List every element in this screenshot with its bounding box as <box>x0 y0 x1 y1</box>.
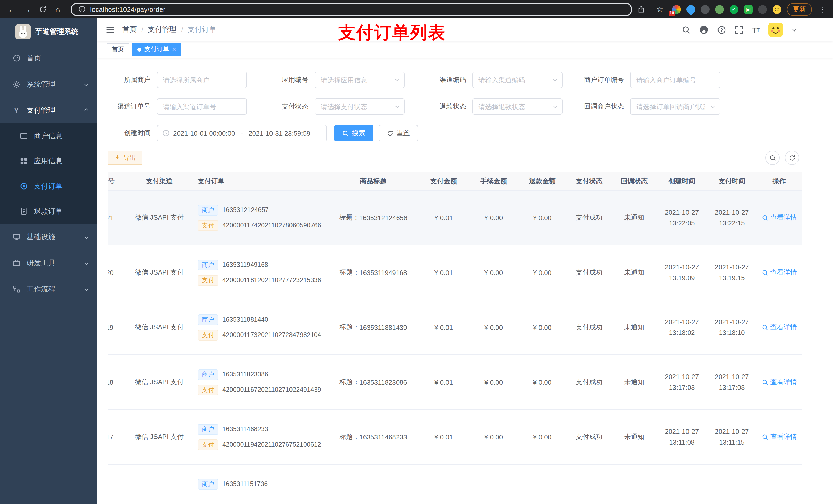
extension-pin-icon[interactable] <box>758 5 767 14</box>
title-value: 1635312124656 <box>359 214 407 221</box>
filter-label: 商户订单编号 <box>581 75 630 85</box>
extension-green-icon[interactable] <box>715 5 724 14</box>
extension-check-icon[interactable]: ✓ <box>730 5 738 14</box>
help-button[interactable]: ? <box>717 25 726 34</box>
merchant-select-input[interactable] <box>157 72 247 88</box>
extension-drop-icon[interactable] <box>685 3 697 15</box>
merchant-order-line: 商户 1635311151736 <box>198 479 268 489</box>
cell-amount: ¥ 0.01 <box>418 378 469 386</box>
merchant-order-input-wrap[interactable] <box>630 72 720 88</box>
pay-order-line: 支付 4200001194202110276752100612 <box>198 439 321 450</box>
merchant-order-input[interactable] <box>630 72 720 88</box>
browser-back-button[interactable]: ← <box>5 3 19 16</box>
pay-status-select[interactable] <box>314 98 405 115</box>
browser-menu-button[interactable]: ⋮ <box>818 5 828 13</box>
pay-tag-badge: 支付 <box>198 439 218 450</box>
breadcrumb-home[interactable]: 首页 <box>122 25 137 34</box>
app-select-input[interactable] <box>314 72 405 88</box>
breadcrumb-section[interactable]: 支付管理 <box>148 25 176 34</box>
extension-chat-icon[interactable]: ▣ <box>744 5 753 14</box>
toolbox-icon <box>12 259 21 267</box>
github-button[interactable] <box>699 25 708 34</box>
view-detail-link[interactable]: 查看详情 <box>762 378 797 387</box>
sidebar-item-devtools[interactable]: 研发工具 <box>0 250 97 276</box>
view-detail-link[interactable]: 查看详情 <box>762 268 797 277</box>
view-detail-link[interactable]: 查看详情 <box>762 213 797 222</box>
sidebar-item-label: 应用信息 <box>34 157 63 166</box>
browser-profile-avatar[interactable] <box>772 5 781 14</box>
pay-status-input[interactable] <box>314 98 405 115</box>
close-icon[interactable]: × <box>172 46 176 53</box>
refresh-table-button[interactable] <box>785 150 799 165</box>
channel-order-input-wrap[interactable] <box>157 98 247 115</box>
column-header-channel: 支付渠道 <box>126 176 193 186</box>
notify-status-input[interactable] <box>630 98 720 115</box>
sidebar-item-system[interactable]: 系统管理 <box>0 71 97 97</box>
date-range-picker[interactable]: 2021-10-01 00:00:00 - 2021-10-31 23:59:5… <box>157 125 327 141</box>
sidebar-item-refund-order[interactable]: 退款订单 <box>0 199 97 224</box>
header-search-button[interactable] <box>682 25 690 34</box>
user-avatar[interactable] <box>768 23 783 37</box>
share-button[interactable] <box>634 3 647 16</box>
cell-pay-time: 2021-10-27 13:22:15 <box>707 207 757 229</box>
view-detail-link[interactable]: 查看详情 <box>762 323 797 332</box>
view-detail-label: 查看详情 <box>770 378 797 387</box>
cell-order: 商户 1635311881440 支付 42000011732021102728… <box>193 314 328 340</box>
sidebar-item-payment[interactable]: ¥ 支付管理 <box>0 97 97 123</box>
refund-status-input[interactable] <box>472 98 563 115</box>
sidebar-item-workflow[interactable]: 工作流程 <box>0 276 97 302</box>
cell-id: 117 <box>108 433 126 441</box>
export-button-label: 导出 <box>123 153 136 162</box>
cell-pay-time: 2021-10-27 13:18:10 <box>707 316 757 338</box>
pay-tag-badge: 支付 <box>198 330 218 340</box>
download-icon <box>114 155 120 161</box>
reset-button[interactable]: 重置 <box>379 125 418 141</box>
tab-home[interactable]: 首页 <box>106 43 129 56</box>
column-header-refund: 退款金额 <box>518 176 567 186</box>
cell-action: 查看详情 <box>757 487 802 496</box>
avatar-caret-button[interactable] <box>791 27 797 32</box>
toggle-search-button[interactable] <box>765 150 780 165</box>
column-header-create-time: 创建时间 <box>657 176 707 186</box>
sidebar-item-infra[interactable]: 基础设施 <box>0 224 97 250</box>
merchant-order-number: 1635312124657 <box>222 207 269 214</box>
sidebar-item-pay-order[interactable]: 支付订单 <box>0 174 97 199</box>
channel-code-input[interactable] <box>472 72 563 88</box>
app-select[interactable] <box>314 72 405 88</box>
merchant-select[interactable] <box>157 72 247 88</box>
browser-update-button[interactable]: 更新 <box>787 3 812 16</box>
bookmark-star-button[interactable]: ☆ <box>653 3 667 16</box>
notify-status-select[interactable] <box>630 98 720 115</box>
cell-fee: ¥ 0.00 <box>469 214 518 221</box>
navbar-actions: ? TT <box>682 23 797 37</box>
cell-status: 支付成功 <box>567 432 612 441</box>
browser-forward-button[interactable]: → <box>21 3 34 16</box>
sidebar-item-merchant-info[interactable]: 商户信息 <box>0 123 97 148</box>
breadcrumb-current: 支付订单 <box>188 25 216 34</box>
browser-reload-button[interactable] <box>36 3 49 16</box>
title-prefix: 标题： <box>339 268 359 277</box>
tab-pay-order[interactable]: 支付订单 × <box>132 43 181 56</box>
sidebar-toggle-button[interactable] <box>105 25 115 34</box>
cell-channel: 微信 JSAPI 支付 <box>126 323 193 332</box>
channel-code-select[interactable] <box>472 72 563 88</box>
breadcrumb-separator: / <box>181 26 183 33</box>
refund-status-select[interactable] <box>472 98 563 115</box>
search-button[interactable]: 搜索 <box>334 125 374 141</box>
app-logo[interactable]: 芋道管理系统 <box>0 19 97 45</box>
table-row: 119 微信 JSAPI 支付 商户 1635311881440 支付 4200… <box>108 300 802 355</box>
column-header-amount: 支付金额 <box>418 176 469 186</box>
browser-home-button[interactable]: ⌂ <box>51 3 65 16</box>
fullscreen-button[interactable] <box>734 25 743 34</box>
export-button[interactable]: 导出 <box>108 150 142 165</box>
extension-dark-icon[interactable] <box>701 5 710 14</box>
extension-colorful-icon[interactable]: 10 <box>672 5 681 14</box>
sidebar-item-app-info[interactable]: 应用信息 <box>0 148 97 174</box>
cell-create-time: 2021-10-27 13:19:09 <box>657 262 707 284</box>
view-detail-link[interactable]: 查看详情 <box>762 432 797 441</box>
font-size-button[interactable]: TT <box>752 25 760 34</box>
sidebar-item-home[interactable]: 首页 <box>0 45 97 71</box>
column-header-pay-time: 支付时间 <box>707 176 757 186</box>
channel-order-input[interactable] <box>157 98 247 115</box>
address-bar[interactable]: localhost:1024/pay/order <box>71 2 632 16</box>
